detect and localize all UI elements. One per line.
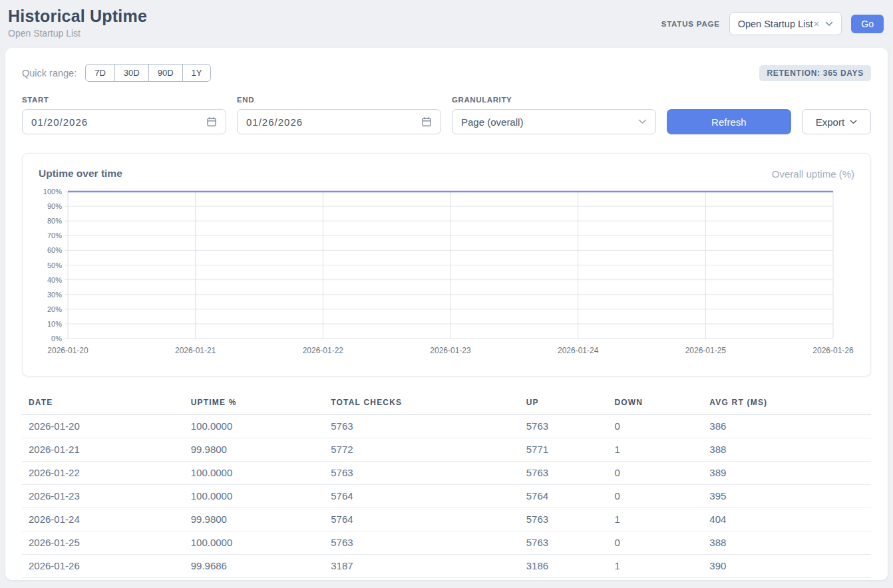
svg-text:90%: 90% bbox=[47, 202, 62, 210]
table-cell: 99.9800 bbox=[184, 438, 325, 462]
granularity-select[interactable]: Page (overall) bbox=[452, 109, 656, 134]
retention-badge: RETENTION: 365 DAYS bbox=[759, 65, 871, 81]
table-cell: 5764 bbox=[324, 485, 519, 508]
export-label: Export bbox=[816, 116, 844, 128]
table-row: 2026-01-22100.0000576357630389 bbox=[22, 462, 871, 485]
table-cell: 5763 bbox=[324, 415, 519, 438]
table-row: 2026-01-23100.0000576457640395 bbox=[22, 485, 871, 508]
header-actions: STATUS PAGE Open Startup List × Go bbox=[661, 12, 884, 35]
chevron-down-icon bbox=[825, 21, 833, 27]
quick-range-7d-button[interactable]: 7D bbox=[85, 64, 115, 82]
svg-text:2026-01-25: 2026-01-25 bbox=[685, 346, 727, 355]
calendar-icon[interactable] bbox=[206, 116, 217, 127]
table-cell: 100.0000 bbox=[184, 415, 325, 438]
table-cell: 3186 bbox=[520, 555, 608, 578]
main-card: Quick range: 7D30D90D1Y RETENTION: 365 D… bbox=[5, 48, 888, 580]
table-cell: 2026-01-23 bbox=[22, 485, 184, 508]
end-date-value: 01/26/2026 bbox=[246, 116, 303, 128]
table-cell: 5763 bbox=[324, 531, 519, 555]
svg-text:2026-01-24: 2026-01-24 bbox=[558, 346, 599, 355]
table-cell: 0 bbox=[608, 462, 703, 485]
quick-range-row: Quick range: 7D30D90D1Y RETENTION: 365 D… bbox=[22, 64, 871, 82]
status-page-value: Open Startup List bbox=[738, 19, 813, 29]
start-date-value: 01/20/2026 bbox=[31, 116, 88, 128]
svg-text:2026-01-21: 2026-01-21 bbox=[175, 346, 216, 355]
quick-range-1y-button[interactable]: 1Y bbox=[182, 64, 212, 82]
table-cell: 5764 bbox=[324, 508, 519, 531]
svg-text:10%: 10% bbox=[47, 320, 62, 328]
svg-text:0%: 0% bbox=[51, 335, 62, 343]
page-title: Historical Uptime bbox=[8, 7, 147, 26]
column-header: TOTAL CHECKS bbox=[324, 392, 519, 415]
table-cell: 100.0000 bbox=[184, 485, 325, 508]
table-cell: 5763 bbox=[520, 462, 608, 485]
uptime-chart: 0%10%20%30%40%50%60%70%80%90%100%2026-01… bbox=[23, 186, 870, 361]
svg-text:80%: 80% bbox=[47, 217, 62, 225]
column-header: AVG RT (MS) bbox=[703, 392, 871, 415]
end-date-input[interactable]: 01/26/2026 bbox=[237, 109, 441, 134]
column-header: DATE bbox=[22, 392, 184, 415]
filters-row: START 01/20/2026 END 01/26/2026 GRANULAR… bbox=[22, 96, 871, 134]
table-header-row: DATEUPTIME %TOTAL CHECKSUPDOWNAVG RT (MS… bbox=[22, 392, 871, 415]
table-cell: 388 bbox=[703, 531, 871, 555]
calendar-icon[interactable] bbox=[421, 116, 432, 127]
column-header: UP bbox=[520, 392, 608, 415]
export-button[interactable]: Export bbox=[802, 109, 871, 134]
svg-text:100%: 100% bbox=[43, 188, 62, 196]
svg-text:2026-01-22: 2026-01-22 bbox=[303, 346, 344, 355]
table-cell: 0 bbox=[608, 531, 703, 555]
page-subtitle: Open Startup List bbox=[8, 28, 147, 39]
table-cell: 2026-01-25 bbox=[22, 531, 184, 555]
table-cell: 1 bbox=[608, 438, 703, 462]
clear-selection-icon[interactable]: × bbox=[814, 18, 820, 29]
table-cell: 404 bbox=[703, 508, 871, 531]
end-field: END 01/26/2026 bbox=[237, 96, 441, 134]
table-cell: 5763 bbox=[520, 508, 608, 531]
chart-card: Uptime over time Overall uptime (%) 0%10… bbox=[22, 153, 871, 376]
quick-range-30d-button[interactable]: 30D bbox=[114, 64, 149, 82]
table-cell: 5763 bbox=[520, 415, 608, 438]
svg-text:2026-01-20: 2026-01-20 bbox=[47, 346, 89, 355]
table-cell: 388 bbox=[703, 438, 871, 462]
table-cell: 5763 bbox=[520, 531, 608, 555]
table-cell: 5771 bbox=[520, 438, 608, 462]
start-field: START 01/20/2026 bbox=[22, 96, 226, 134]
chevron-down-icon bbox=[850, 120, 857, 124]
table-cell: 0 bbox=[608, 485, 703, 508]
table-cell: 2026-01-24 bbox=[22, 508, 184, 531]
svg-text:20%: 20% bbox=[47, 305, 62, 313]
svg-text:30%: 30% bbox=[47, 291, 62, 299]
quick-range-90d-button[interactable]: 90D bbox=[148, 64, 183, 82]
table-cell: 389 bbox=[703, 462, 871, 485]
table-cell: 99.9800 bbox=[184, 508, 325, 531]
table-cell: 0 bbox=[608, 415, 703, 438]
table-body: 2026-01-20100.00005763576303862026-01-21… bbox=[22, 415, 871, 578]
svg-text:40%: 40% bbox=[47, 276, 62, 284]
svg-text:60%: 60% bbox=[47, 246, 62, 254]
svg-text:70%: 70% bbox=[47, 231, 62, 239]
quick-range-group: 7D30D90D1Y bbox=[85, 64, 211, 82]
table-cell: 1 bbox=[608, 555, 703, 578]
column-header: UPTIME % bbox=[184, 392, 325, 415]
table-cell: 2026-01-21 bbox=[22, 438, 184, 462]
page-header: Historical Uptime Open Startup List STAT… bbox=[5, 0, 888, 48]
table-cell: 3187 bbox=[324, 555, 519, 578]
refresh-button[interactable]: Refresh bbox=[667, 109, 791, 134]
status-page-select[interactable]: Open Startup List × bbox=[729, 12, 842, 35]
table-cell: 386 bbox=[703, 415, 871, 438]
go-button[interactable]: Go bbox=[851, 15, 884, 33]
table-cell: 5763 bbox=[324, 462, 519, 485]
table-cell: 100.0000 bbox=[184, 531, 325, 555]
table-cell: 99.9686 bbox=[184, 555, 325, 578]
start-date-input[interactable]: 01/20/2026 bbox=[22, 109, 226, 134]
start-label: START bbox=[22, 96, 226, 104]
table-cell: 1 bbox=[608, 508, 703, 531]
chart-legend: Overall uptime (%) bbox=[772, 168, 854, 180]
table-row: 2026-01-2699.9686318731861390 bbox=[22, 555, 871, 578]
header-titles: Historical Uptime Open Startup List bbox=[8, 7, 147, 39]
table-cell: 2026-01-20 bbox=[22, 415, 184, 438]
table-cell: 2026-01-22 bbox=[22, 462, 184, 485]
status-page-label: STATUS PAGE bbox=[661, 20, 720, 28]
chart-title: Uptime over time bbox=[39, 168, 122, 180]
table-row: 2026-01-2199.9800577257711388 bbox=[22, 438, 871, 462]
